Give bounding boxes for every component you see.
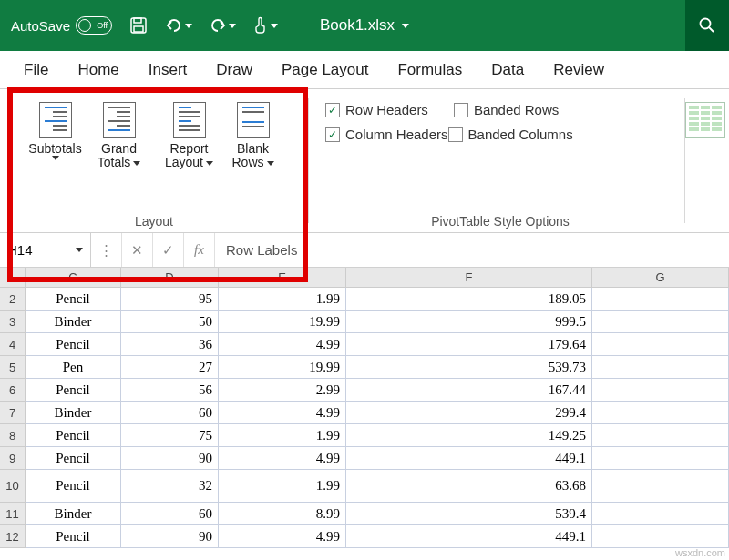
cell[interactable]: 75 [121,424,219,447]
cell[interactable]: 56 [121,379,219,402]
cell[interactable]: 2.99 [219,379,346,402]
table-row[interactable]: 5Pen2719.99539.73 [0,356,729,379]
column-headers-checkbox[interactable]: ✓Column Headers [325,127,448,142]
row-header[interactable]: 6 [0,379,26,402]
row-header[interactable]: 11 [0,503,26,525]
search-button[interactable] [685,0,729,51]
redo-button[interactable] [209,18,236,33]
table-row[interactable]: 8Pencil751.99149.25 [0,424,729,447]
cell[interactable]: 27 [121,356,219,379]
cell[interactable]: 4.99 [219,402,346,424]
cell[interactable]: 999.5 [346,311,592,333]
col-header[interactable]: D [121,268,219,288]
cell[interactable]: Pen [26,356,121,379]
col-header[interactable]: F [346,268,592,288]
row-header[interactable]: 4 [0,333,26,356]
cell[interactable]: 1.99 [219,470,346,503]
cancel-icon[interactable]: ✕ [122,233,153,267]
cell[interactable] [592,503,729,525]
cell[interactable]: Pencil [26,525,121,548]
table-row[interactable]: 2Pencil951.99189.05 [0,288,729,311]
col-header[interactable]: G [592,268,729,288]
col-header[interactable]: C [26,268,121,288]
cell[interactable]: 449.1 [346,447,592,470]
cell[interactable]: 4.99 [219,525,346,548]
cell[interactable]: 8.99 [219,503,346,525]
formula-input[interactable]: Row Labels [215,242,729,258]
cell[interactable]: 167.44 [346,379,592,402]
cell[interactable]: Pencil [26,447,121,470]
cell[interactable]: Pencil [26,470,121,503]
tab-page-layout[interactable]: Page Layout [267,54,383,87]
expand-icon[interactable]: ⋮ [91,233,122,267]
row-header[interactable]: 2 [0,288,26,311]
touch-mode-button[interactable] [252,16,278,35]
banded-columns-checkbox[interactable]: Banded Columns [448,127,573,142]
tab-formulas[interactable]: Formulas [383,54,477,87]
tab-data[interactable]: Data [477,54,539,87]
cell[interactable] [592,356,729,379]
col-header[interactable]: E [219,268,346,288]
row-header[interactable]: 9 [0,447,26,470]
cell[interactable] [592,311,729,333]
cell[interactable]: 539.4 [346,503,592,525]
undo-button[interactable] [165,18,192,33]
cell[interactable] [592,333,729,356]
cell[interactable] [592,288,729,311]
cell[interactable]: 60 [121,402,219,424]
cell[interactable]: 36 [121,333,219,356]
row-header[interactable]: 10 [0,470,26,503]
cell[interactable]: 189.05 [346,288,592,311]
table-row[interactable]: 3Binder5019.99999.5 [0,311,729,333]
tab-file[interactable]: File [9,54,63,87]
row-header[interactable]: 8 [0,424,26,447]
cell[interactable]: 149.25 [346,424,592,447]
cell[interactable] [592,447,729,470]
cell[interactable]: 63.68 [346,470,592,503]
table-row[interactable]: 12Pencil904.99449.1 [0,525,729,548]
cell[interactable] [592,424,729,447]
spreadsheet-grid[interactable]: C D E F G 2Pencil951.99189.053Binder5019… [0,268,729,548]
table-row[interactable]: 6Pencil562.99167.44 [0,379,729,402]
blank-rows-button[interactable]: BlankRows [224,102,282,170]
autosave-toggle[interactable]: Off [76,16,112,35]
pivottable-styles-gallery[interactable] [685,89,729,232]
cell[interactable]: 32 [121,470,219,503]
cell[interactable]: 19.99 [219,311,346,333]
cell[interactable] [592,525,729,548]
table-row[interactable]: 10Pencil321.9963.68 [0,470,729,503]
cell[interactable] [592,470,729,503]
row-header[interactable]: 3 [0,311,26,333]
tab-insert[interactable]: Insert [134,54,202,87]
cell[interactable]: 19.99 [219,356,346,379]
table-row[interactable]: 11Binder608.99539.4 [0,503,729,525]
autosave-control[interactable]: AutoSave Off [11,16,112,35]
cell[interactable]: Binder [26,402,121,424]
row-header[interactable]: 5 [0,356,26,379]
table-row[interactable]: 9Pencil904.99449.1 [0,447,729,470]
row-headers-checkbox[interactable]: ✓Row Headers [325,102,428,117]
cell[interactable]: Pencil [26,424,121,447]
cell[interactable]: Pencil [26,288,121,311]
cell[interactable]: 95 [121,288,219,311]
report-layout-button[interactable]: ReportLayout [160,102,219,170]
cell[interactable] [592,402,729,424]
cell[interactable]: 90 [121,525,219,548]
cell[interactable]: Binder [26,503,121,525]
banded-rows-checkbox[interactable]: Banded Rows [454,102,559,117]
tab-home[interactable]: Home [63,54,133,87]
save-icon[interactable] [128,15,149,36]
row-header[interactable]: 7 [0,402,26,424]
cell[interactable]: 1.99 [219,424,346,447]
cell[interactable]: 60 [121,503,219,525]
cell[interactable]: Pencil [26,333,121,356]
cell[interactable]: Pencil [26,379,121,402]
cell[interactable]: 4.99 [219,447,346,470]
subtotals-button[interactable]: Subtotals [26,102,85,160]
row-header[interactable]: 12 [0,525,26,548]
cell[interactable] [592,379,729,402]
cell[interactable]: 179.64 [346,333,592,356]
tab-review[interactable]: Review [539,54,619,87]
cell[interactable]: 50 [121,311,219,333]
table-row[interactable]: 4Pencil364.99179.64 [0,333,729,356]
